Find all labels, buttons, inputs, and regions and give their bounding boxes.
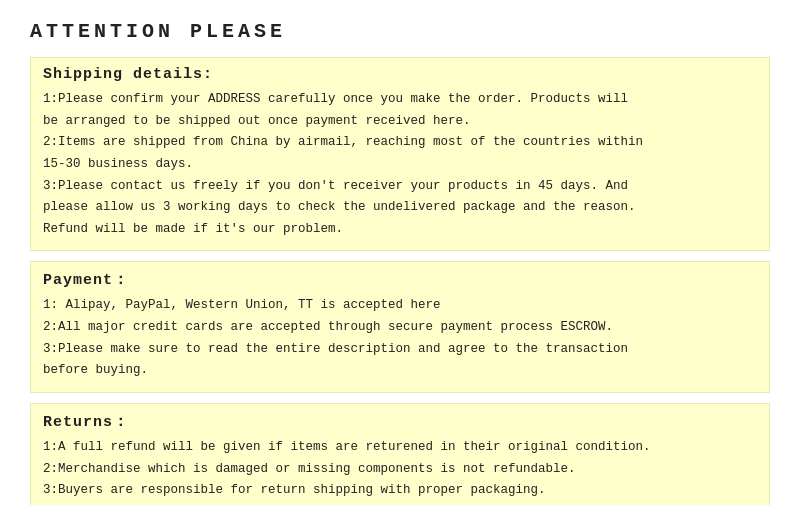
shipping-item-1a: 1:Please confirm your ADDRESS carefully … [43,89,757,110]
returns-content: 1:A full refund will be given if items a… [43,437,757,505]
page-title: ATTENTION PLEASE [30,20,770,43]
payment-content: 1: Alipay, PayPal, Western Union, TT is … [43,295,757,381]
returns-item-2: 2:Merchandise which is damaged or missin… [43,459,757,480]
payment-item-2: 2:All major credit cards are accepted th… [43,317,757,338]
returns-section: Returns： 1:A full refund will be given i… [30,403,770,505]
payment-item-3a: 3:Please make sure to read the entire de… [43,339,757,360]
returns-item-3: 3:Buyers are responsible for return ship… [43,480,757,501]
shipping-item-3c: Refund will be made if it's our problem. [43,219,757,240]
shipping-title: Shipping details: [43,66,757,83]
shipping-section: Shipping details: 1:Please confirm your … [30,57,770,251]
payment-section: Payment： 1: Alipay, PayPal, Western Unio… [30,261,770,393]
shipping-item-2a: 2:Items are shipped from China by airmai… [43,132,757,153]
returns-item-1: 1:A full refund will be given if items a… [43,437,757,458]
shipping-item-3a: 3:Please contact us freely if you don't … [43,176,757,197]
shipping-content: 1:Please confirm your ADDRESS carefully … [43,89,757,239]
payment-item-3b: before buying. [43,360,757,381]
payment-title: Payment： [43,270,757,289]
shipping-item-2b: 15-30 business days. [43,154,757,175]
returns-title: Returns： [43,412,757,431]
shipping-item-3b: please allow us 3 working days to check … [43,197,757,218]
payment-item-1: 1: Alipay, PayPal, Western Union, TT is … [43,295,757,316]
shipping-item-1b: be arranged to be shipped out once payme… [43,111,757,132]
